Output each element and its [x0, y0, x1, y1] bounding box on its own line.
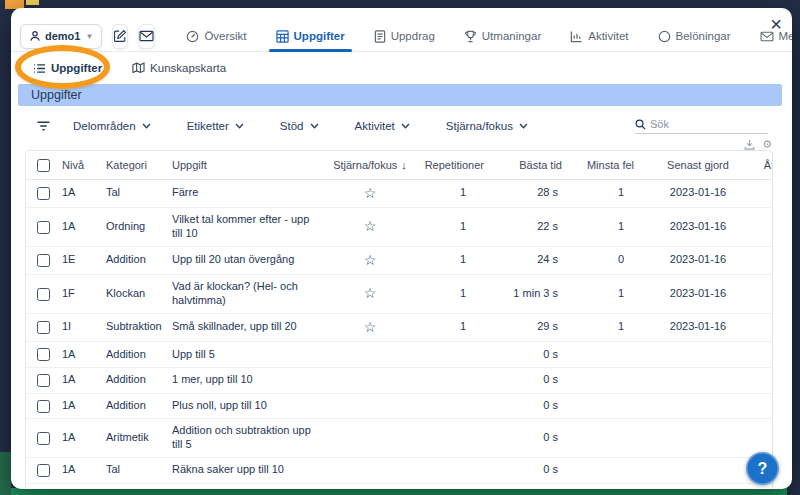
cell-rep: 1	[420, 275, 494, 314]
row-checkbox[interactable]	[37, 348, 50, 361]
tasks-table: Nivå Kategori Uppgift Stjärna/fokus↓ Rep…	[26, 151, 773, 489]
cell-niva: 1A	[62, 483, 106, 489]
tab-beloningar[interactable]: Belöningar	[657, 21, 732, 51]
search-icon	[635, 119, 646, 130]
row-checkbox[interactable]	[37, 400, 50, 413]
column-header-niva[interactable]: Nivå	[62, 151, 106, 179]
download-icon[interactable]	[744, 139, 755, 150]
row-checkbox[interactable]	[37, 432, 50, 445]
cell-star: ☆	[324, 275, 420, 314]
help-button[interactable]: ?	[746, 452, 779, 485]
student-detail-dialog: × demo1 ▼	[11, 8, 792, 489]
star-icon[interactable]: ☆	[364, 252, 377, 268]
cell-tid: 0 s	[494, 342, 572, 368]
cell-fel	[572, 483, 644, 489]
column-header-repetitioner[interactable]: Repetitioner	[420, 151, 494, 179]
cell-datum: 2023-01-16	[644, 275, 756, 314]
search-input[interactable]: Sök	[635, 118, 768, 134]
cell-kat: Addition	[106, 367, 172, 393]
star-icon[interactable]: ☆	[364, 319, 377, 335]
filter-delomraden[interactable]: Delområden	[73, 120, 151, 132]
column-header-kategori[interactable]: Kategori	[106, 151, 172, 179]
cell-star	[324, 342, 420, 368]
row-checkbox[interactable]	[37, 288, 50, 301]
sort-down-icon: ↓	[401, 159, 407, 171]
column-header-stjarna-fokus[interactable]: Stjärna/fokus↓	[324, 151, 420, 179]
tab-meddelanden[interactable]: Meddelanden	[759, 21, 793, 51]
column-header-minsta-fel[interactable]: Minsta fel	[572, 151, 644, 179]
user-menu-button[interactable]: demo1 ▼	[20, 24, 102, 49]
edit-button[interactable]	[112, 24, 128, 49]
tab-aktivitet[interactable]: Aktivitet	[569, 21, 629, 51]
cell-check	[26, 483, 62, 489]
tab-label: Meddelanden	[779, 30, 793, 42]
filter-icon[interactable]	[36, 120, 51, 132]
cell-kat: Subtraktion	[106, 313, 172, 342]
cell-niva: 1I	[62, 313, 106, 342]
cell-upp: Små skillnader, upp till 20	[172, 313, 324, 342]
gear-icon[interactable]: ⚙	[762, 139, 772, 149]
row-checkbox[interactable]	[37, 187, 50, 200]
subtab-label: Kunskapskarta	[150, 62, 226, 74]
select-all-checkbox[interactable]	[37, 159, 50, 172]
cell-niva: 1A	[62, 342, 106, 368]
dropdown-label: Delområden	[73, 120, 136, 132]
cell-star: ☆	[324, 313, 420, 342]
cell-rep: 1	[420, 313, 494, 342]
subtab-uppgifter[interactable]: Uppgifter	[33, 62, 102, 74]
subtab-kunskapskarta[interactable]: Kunskapskarta	[132, 62, 226, 74]
filter-bar: Delområden Etiketter Stöd Aktivitet Stjä…	[11, 106, 792, 136]
cell-rep: 1	[420, 246, 494, 275]
cell-tid: 22 s	[494, 208, 572, 247]
grid-icon	[276, 30, 289, 43]
filter-etiketter[interactable]: Etiketter	[187, 120, 244, 132]
cell-atg: ⋮	[756, 393, 773, 419]
cell-star	[324, 393, 420, 419]
pencil-icon	[113, 29, 127, 43]
filter-stod[interactable]: Stöd	[280, 120, 319, 132]
mail-button[interactable]	[138, 24, 155, 49]
cell-datum: 2023-01-16	[644, 313, 756, 342]
cell-rep: 1	[420, 208, 494, 247]
chevron-down-icon	[235, 123, 244, 129]
star-icon[interactable]: ☆	[364, 185, 377, 201]
row-checkbox[interactable]	[37, 221, 50, 234]
cell-check	[26, 179, 62, 208]
cell-kat: Addition	[106, 246, 172, 275]
tab-uppdrag[interactable]: Uppdrag	[373, 21, 436, 51]
tab-uppgifter[interactable]: Uppgifter	[275, 21, 346, 51]
row-checkbox[interactable]	[37, 464, 50, 477]
search-placeholder: Sök	[650, 118, 669, 130]
cell-upp: Vad är klockan? (Hel- och halvtimma)	[172, 275, 324, 314]
dropdown-label: Stöd	[280, 120, 304, 132]
tab-utmaningar[interactable]: Utmaningar	[463, 21, 542, 51]
cell-rep	[420, 457, 494, 483]
filter-stjarna-fokus[interactable]: Stjärna/fokus	[446, 120, 528, 132]
dialog-topbar: demo1 ▼	[11, 8, 792, 52]
cell-kat: Aritmetik	[106, 419, 172, 458]
row-checkbox[interactable]	[37, 321, 50, 334]
cell-atg: ⋮	[756, 313, 773, 342]
cell-check	[26, 367, 62, 393]
table-row: 1AAdditionUpp till 50 s⋮	[26, 342, 773, 368]
column-header-basta-tid[interactable]: Bästa tid	[494, 151, 572, 179]
cell-niva: 1A	[62, 367, 106, 393]
filter-aktivitet[interactable]: Aktivitet	[355, 120, 410, 132]
row-checkbox[interactable]	[37, 374, 50, 387]
cell-star: ☆	[324, 246, 420, 275]
column-header-uppgift[interactable]: Uppgift	[172, 151, 324, 179]
table-row: 1EAdditionUpp till 20 utan övergång☆124 …	[26, 246, 773, 275]
cell-kat: Tal	[106, 457, 172, 483]
star-icon[interactable]: ☆	[364, 285, 377, 301]
medal-icon	[658, 30, 671, 43]
column-header-senast-gjord[interactable]: Senast gjord	[644, 151, 756, 179]
cell-fel	[572, 419, 644, 458]
cell-datum	[644, 483, 756, 489]
tab-oversikt[interactable]: Översikt	[185, 21, 247, 51]
cell-datum	[644, 457, 756, 483]
row-checkbox[interactable]	[37, 254, 50, 267]
cell-tid: 0 s	[494, 393, 572, 419]
cell-check	[26, 419, 62, 458]
star-icon[interactable]: ☆	[364, 218, 377, 234]
cell-fel	[572, 393, 644, 419]
